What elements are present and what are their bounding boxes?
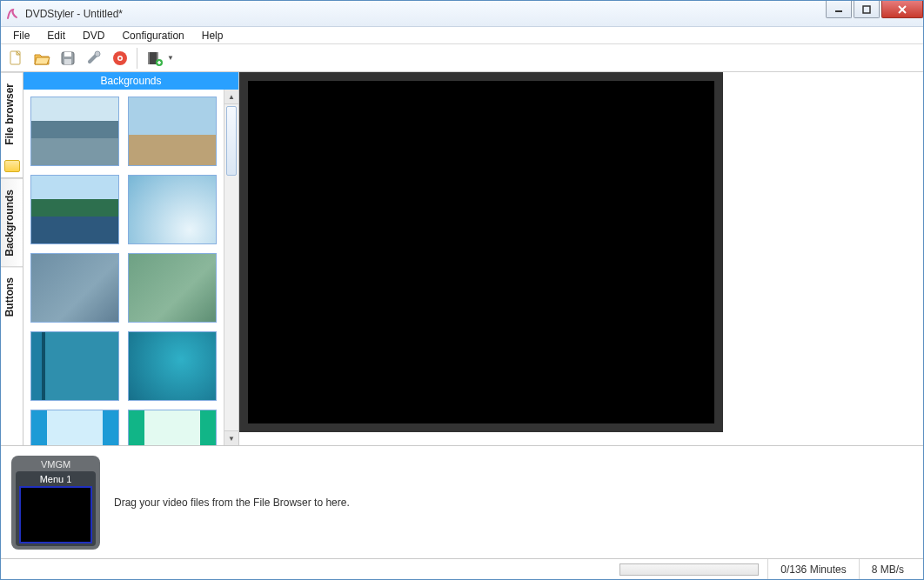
menu-dvd[interactable]: DVD xyxy=(74,28,113,43)
menu-card[interactable]: Menu 1 xyxy=(16,471,96,546)
add-file-dropdown[interactable]: ▼ xyxy=(143,47,174,70)
folder-icon[interactable] xyxy=(1,156,23,178)
open-button[interactable] xyxy=(30,47,53,70)
background-thumb[interactable] xyxy=(128,331,217,401)
svg-point-8 xyxy=(95,51,100,57)
menu-thumbnail[interactable] xyxy=(19,486,92,543)
side-tab-strip: File browser Backgrounds Buttons xyxy=(1,72,23,445)
status-minutes: 0/136 Minutes xyxy=(767,559,858,579)
burn-button[interactable] xyxy=(109,47,131,70)
background-thumb[interactable] xyxy=(128,175,217,244)
menu-configuration[interactable]: Configuration xyxy=(113,28,192,43)
background-thumb[interactable] xyxy=(128,253,217,323)
menubar: File Edit DVD Configuration Help xyxy=(1,27,923,44)
tab-backgrounds[interactable]: Backgrounds xyxy=(1,178,23,267)
add-file-button[interactable] xyxy=(143,47,165,70)
scroll-up-button[interactable]: ▲ xyxy=(224,90,238,104)
menu-file[interactable]: File xyxy=(4,28,38,43)
app-window: DVDStyler - Untitled* File Edit DVD Conf… xyxy=(0,0,924,580)
close-button[interactable] xyxy=(881,1,923,18)
backgrounds-scrollbar[interactable]: ▲ ▼ xyxy=(224,90,238,445)
svg-point-11 xyxy=(119,57,122,59)
toolbar: ▼ xyxy=(1,44,923,72)
menu-preview-canvas[interactable] xyxy=(248,81,714,423)
vmgm-card[interactable]: VMGM Menu 1 xyxy=(11,456,100,550)
background-thumb[interactable] xyxy=(128,97,217,166)
background-thumb[interactable] xyxy=(30,253,119,323)
toolbar-separator xyxy=(137,48,137,69)
background-thumb[interactable] xyxy=(30,410,119,445)
titlebar: DVDStyler - Untitled* xyxy=(1,1,923,27)
timeline: VMGM Menu 1 Drag your video files from t… xyxy=(1,445,923,558)
window-controls xyxy=(824,1,923,20)
tab-buttons[interactable]: Buttons xyxy=(1,266,23,327)
scroll-down-button[interactable]: ▼ xyxy=(224,430,238,445)
background-thumb[interactable] xyxy=(30,97,119,166)
app-icon xyxy=(6,7,20,21)
preview-area xyxy=(239,72,923,445)
background-thumb[interactable] xyxy=(30,175,119,244)
svg-rect-1 xyxy=(863,6,870,13)
maximize-button[interactable] xyxy=(854,1,880,18)
background-thumb[interactable] xyxy=(128,410,217,445)
backgrounds-panel: Backgrounds ▲ xyxy=(23,72,239,445)
capacity-progress xyxy=(619,563,759,576)
backgrounds-header: Backgrounds xyxy=(23,72,238,90)
settings-button[interactable] xyxy=(83,47,105,70)
scroll-track[interactable] xyxy=(224,104,238,430)
svg-rect-7 xyxy=(64,59,71,64)
statusbar: 0/136 Minutes 8 MB/s xyxy=(1,558,923,579)
window-title: DVDStyler - Untitled* xyxy=(25,8,824,20)
scroll-thumb[interactable] xyxy=(226,106,237,176)
minimize-button[interactable] xyxy=(826,1,852,18)
menu-preview-frame[interactable] xyxy=(239,72,723,432)
vmgm-label: VMGM xyxy=(41,459,70,471)
chevron-down-icon[interactable]: ▼ xyxy=(167,54,174,62)
menu-edit[interactable]: Edit xyxy=(38,28,74,43)
menu-label: Menu 1 xyxy=(40,474,72,486)
save-button[interactable] xyxy=(57,47,79,70)
main-area: File browser Backgrounds Buttons Backgro… xyxy=(1,72,923,445)
status-bitrate: 8 MB/s xyxy=(859,559,916,579)
menu-help[interactable]: Help xyxy=(193,28,232,43)
new-project-button[interactable] xyxy=(4,47,27,70)
svg-rect-13 xyxy=(148,52,150,64)
timeline-hint: Drag your video files from the File Brow… xyxy=(114,497,350,509)
background-thumb[interactable] xyxy=(30,331,119,401)
tab-file-browser[interactable]: File browser xyxy=(1,72,23,156)
backgrounds-grid xyxy=(23,90,224,445)
svg-rect-6 xyxy=(64,52,71,57)
